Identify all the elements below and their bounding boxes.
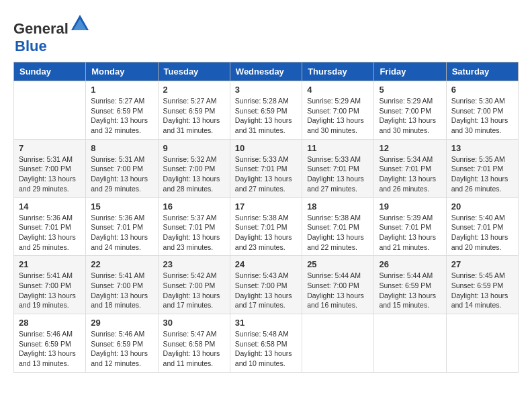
calendar-cell: 13Sunrise: 5:35 AM Sunset: 7:01 PM Dayli… (446, 139, 518, 197)
day-info: Sunrise: 5:46 AM Sunset: 6:59 PM Dayligh… (91, 329, 152, 369)
logo-blue: Blue (15, 38, 47, 54)
calendar-week-row: 1Sunrise: 5:27 AM Sunset: 6:59 PM Daylig… (14, 81, 519, 140)
day-number: 4 (307, 85, 369, 95)
logo-text: General Blue (13, 13, 90, 55)
day-info: Sunrise: 5:33 AM Sunset: 7:01 PM Dayligh… (235, 154, 297, 194)
day-info: Sunrise: 5:27 AM Sunset: 6:59 PM Dayligh… (91, 96, 152, 136)
calendar-cell: 30Sunrise: 5:47 AM Sunset: 6:58 PM Dayli… (158, 314, 230, 373)
day-number: 29 (91, 318, 152, 328)
logo-icon (70, 13, 90, 34)
day-number: 17 (235, 201, 297, 212)
day-number: 9 (163, 143, 225, 153)
day-number: 10 (235, 143, 297, 153)
day-info: Sunrise: 5:46 AM Sunset: 6:59 PM Dayligh… (19, 329, 81, 369)
day-info: Sunrise: 5:42 AM Sunset: 7:00 PM Dayligh… (163, 271, 225, 310)
day-number: 21 (19, 259, 81, 269)
day-number: 31 (235, 318, 297, 328)
calendar-cell: 28Sunrise: 5:46 AM Sunset: 6:59 PM Dayli… (14, 314, 86, 373)
day-number: 3 (235, 85, 297, 95)
logo-general: General (13, 20, 69, 37)
day-info: Sunrise: 5:43 AM Sunset: 7:00 PM Dayligh… (235, 271, 297, 310)
day-info: Sunrise: 5:35 AM Sunset: 7:01 PM Dayligh… (451, 154, 513, 194)
day-number: 30 (163, 318, 225, 328)
day-info: Sunrise: 5:29 AM Sunset: 7:00 PM Dayligh… (379, 96, 441, 136)
day-number: 12 (379, 143, 441, 153)
calendar-cell: 19Sunrise: 5:39 AM Sunset: 7:01 PM Dayli… (374, 197, 446, 256)
calendar-cell (374, 314, 446, 373)
calendar-cell: 22Sunrise: 5:41 AM Sunset: 7:00 PM Dayli… (86, 256, 158, 314)
day-info: Sunrise: 5:48 AM Sunset: 6:58 PM Dayligh… (235, 329, 297, 369)
day-info: Sunrise: 5:38 AM Sunset: 7:01 PM Dayligh… (307, 213, 369, 253)
page-header: General Blue (13, 13, 519, 55)
calendar-cell: 4Sunrise: 5:29 AM Sunset: 7:00 PM Daylig… (302, 81, 374, 140)
weekday-header-monday: Monday (86, 62, 158, 81)
day-number: 20 (451, 201, 513, 212)
day-number: 7 (19, 143, 81, 153)
day-number: 27 (451, 259, 513, 269)
day-info: Sunrise: 5:31 AM Sunset: 7:00 PM Dayligh… (19, 154, 81, 194)
calendar-cell (14, 81, 86, 140)
calendar-cell: 26Sunrise: 5:44 AM Sunset: 6:59 PM Dayli… (374, 256, 446, 314)
calendar-cell: 1Sunrise: 5:27 AM Sunset: 6:59 PM Daylig… (86, 81, 158, 140)
calendar-week-row: 28Sunrise: 5:46 AM Sunset: 6:59 PM Dayli… (14, 314, 519, 373)
weekday-header-wednesday: Wednesday (230, 62, 302, 81)
day-number: 1 (91, 85, 152, 95)
calendar-cell: 20Sunrise: 5:40 AM Sunset: 7:01 PM Dayli… (446, 197, 518, 256)
calendar-table: SundayMondayTuesdayWednesdayThursdayFrid… (13, 62, 519, 373)
day-info: Sunrise: 5:41 AM Sunset: 7:00 PM Dayligh… (19, 271, 81, 310)
day-number: 5 (379, 85, 441, 95)
day-number: 28 (19, 318, 81, 328)
day-number: 15 (91, 201, 152, 212)
day-number: 24 (235, 259, 297, 269)
calendar-cell: 25Sunrise: 5:44 AM Sunset: 7:00 PM Dayli… (302, 256, 374, 314)
day-number: 11 (307, 143, 369, 153)
day-number: 26 (379, 259, 441, 269)
day-info: Sunrise: 5:28 AM Sunset: 6:59 PM Dayligh… (235, 96, 297, 136)
weekday-header-saturday: Saturday (446, 62, 518, 81)
calendar-cell: 7Sunrise: 5:31 AM Sunset: 7:00 PM Daylig… (14, 139, 86, 197)
day-info: Sunrise: 5:29 AM Sunset: 7:00 PM Dayligh… (307, 96, 369, 136)
day-info: Sunrise: 5:36 AM Sunset: 7:01 PM Dayligh… (19, 213, 81, 253)
calendar-cell (446, 314, 518, 373)
day-info: Sunrise: 5:36 AM Sunset: 7:01 PM Dayligh… (91, 213, 152, 253)
day-info: Sunrise: 5:45 AM Sunset: 6:59 PM Dayligh… (451, 271, 513, 310)
day-info: Sunrise: 5:33 AM Sunset: 7:01 PM Dayligh… (307, 154, 369, 194)
day-info: Sunrise: 5:39 AM Sunset: 7:01 PM Dayligh… (379, 213, 441, 253)
day-info: Sunrise: 5:27 AM Sunset: 6:59 PM Dayligh… (163, 96, 225, 136)
calendar-cell (302, 314, 374, 373)
calendar-cell: 18Sunrise: 5:38 AM Sunset: 7:01 PM Dayli… (302, 197, 374, 256)
day-info: Sunrise: 5:34 AM Sunset: 7:01 PM Dayligh… (379, 154, 441, 194)
calendar-week-row: 21Sunrise: 5:41 AM Sunset: 7:00 PM Dayli… (14, 256, 519, 314)
calendar-week-row: 7Sunrise: 5:31 AM Sunset: 7:00 PM Daylig… (14, 139, 519, 197)
calendar-week-row: 14Sunrise: 5:36 AM Sunset: 7:01 PM Dayli… (14, 197, 519, 256)
day-number: 6 (451, 85, 513, 95)
calendar-cell: 3Sunrise: 5:28 AM Sunset: 6:59 PM Daylig… (230, 81, 302, 140)
calendar-cell: 5Sunrise: 5:29 AM Sunset: 7:00 PM Daylig… (374, 81, 446, 140)
calendar-cell: 6Sunrise: 5:30 AM Sunset: 7:00 PM Daylig… (446, 81, 518, 140)
day-number: 23 (163, 259, 225, 269)
calendar-cell: 14Sunrise: 5:36 AM Sunset: 7:01 PM Dayli… (14, 197, 86, 256)
calendar-cell: 16Sunrise: 5:37 AM Sunset: 7:01 PM Dayli… (158, 197, 230, 256)
day-info: Sunrise: 5:47 AM Sunset: 6:58 PM Dayligh… (163, 329, 225, 369)
weekday-header-tuesday: Tuesday (158, 62, 230, 81)
logo: General Blue (13, 13, 90, 55)
day-info: Sunrise: 5:30 AM Sunset: 7:00 PM Dayligh… (451, 96, 513, 136)
day-info: Sunrise: 5:44 AM Sunset: 7:00 PM Dayligh… (307, 271, 369, 310)
calendar-cell: 31Sunrise: 5:48 AM Sunset: 6:58 PM Dayli… (230, 314, 302, 373)
weekday-header-friday: Friday (374, 62, 446, 81)
day-number: 18 (307, 201, 369, 212)
day-info: Sunrise: 5:44 AM Sunset: 6:59 PM Dayligh… (379, 271, 441, 310)
calendar-cell: 12Sunrise: 5:34 AM Sunset: 7:01 PM Dayli… (374, 139, 446, 197)
calendar-cell: 15Sunrise: 5:36 AM Sunset: 7:01 PM Dayli… (86, 197, 158, 256)
calendar-header-row: SundayMondayTuesdayWednesdayThursdayFrid… (14, 62, 519, 81)
calendar-cell: 9Sunrise: 5:32 AM Sunset: 7:00 PM Daylig… (158, 139, 230, 197)
day-info: Sunrise: 5:41 AM Sunset: 7:00 PM Dayligh… (91, 271, 152, 310)
calendar-cell: 27Sunrise: 5:45 AM Sunset: 6:59 PM Dayli… (446, 256, 518, 314)
calendar-cell: 17Sunrise: 5:38 AM Sunset: 7:01 PM Dayli… (230, 197, 302, 256)
day-number: 16 (163, 201, 225, 212)
day-info: Sunrise: 5:38 AM Sunset: 7:01 PM Dayligh… (235, 213, 297, 253)
day-number: 19 (379, 201, 441, 212)
day-number: 2 (163, 85, 225, 95)
day-info: Sunrise: 5:31 AM Sunset: 7:00 PM Dayligh… (91, 154, 152, 194)
day-number: 25 (307, 259, 369, 269)
